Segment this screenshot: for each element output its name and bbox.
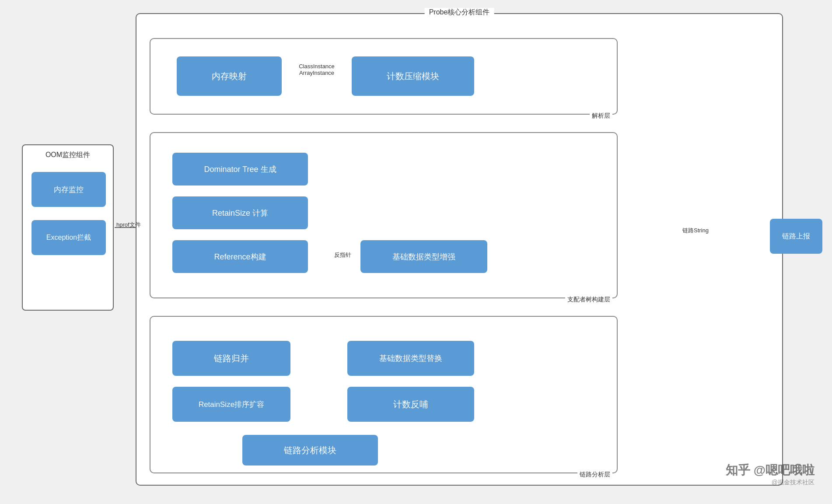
chain-layer-container: 链路分析层 链路归并 基础数据类型替换 RetainSize排序扩容 计数反哺 … [150, 316, 618, 473]
parse-layer-label: 解析层 [590, 112, 612, 120]
chain-string-label: 链路String [682, 227, 709, 234]
dominator-layer-container: 支配者树构建层 Dominator Tree 生成 RetainSize 计算 … [150, 132, 618, 298]
chain-layer-label: 链路分析层 [577, 471, 612, 479]
oom-component: OOM监控组件 内存监控 Exception拦截 [22, 144, 114, 311]
watermark: 知乎 @嗯吧哦啦 @掘金技术社区 [726, 462, 815, 486]
retain-sort-box: RetainSize排序扩容 [172, 387, 290, 422]
reference-box: Reference构建 [172, 240, 308, 273]
memory-monitor-box: 内存监控 [31, 172, 106, 207]
probe-container: Probe核心分析组件 解析层 内存映射 ClassInstance Array… [136, 13, 783, 486]
basic-data-replace-box: 基础数据类型替换 [347, 341, 474, 376]
count-compress-box: 计数压缩模块 [352, 56, 474, 96]
watermark-sub: @掘金技术社区 [726, 479, 815, 486]
chain-merge-box: 链路归并 [172, 341, 290, 376]
back-pointer-label: 反指针 [334, 251, 351, 259]
hprof-label: hprof文件 [116, 221, 141, 229]
chain-report-box: 链路上报 [770, 219, 822, 254]
dominator-layer-label: 支配者树构建层 [565, 296, 612, 304]
retain-size-box: RetainSize 计算 [172, 196, 308, 229]
dominator-tree-box: Dominator Tree 生成 [172, 153, 308, 186]
count-reverse-box: 计数反哺 [347, 387, 474, 422]
chain-analysis-box: 链路分析模块 [242, 435, 378, 466]
exception-box: Exception拦截 [31, 220, 106, 255]
canvas: Probe核心分析组件 解析层 内存映射 ClassInstance Array… [0, 0, 832, 504]
class-instance-label: ClassInstance ArrayInstance [286, 63, 347, 76]
parse-layer-container: 解析层 内存映射 ClassInstance ArrayInstance 计数压… [150, 38, 618, 115]
memory-map-box: 内存映射 [177, 56, 282, 96]
watermark-main: 知乎 @嗯吧哦啦 [726, 462, 815, 479]
probe-title: Probe核心分析组件 [425, 8, 494, 17]
basic-data-enhance-box: 基础数据类型增强 [360, 240, 487, 273]
oom-title: OOM监控组件 [23, 145, 113, 163]
